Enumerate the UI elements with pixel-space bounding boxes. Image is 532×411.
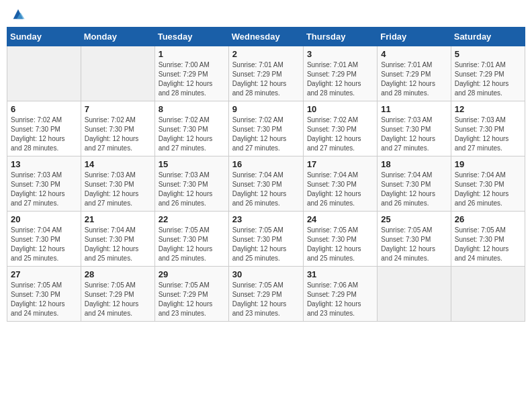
calendar-week-1: 1Sunrise: 7:00 AM Sunset: 7:29 PM Daylig… [7, 46, 525, 101]
calendar-cell: 3Sunrise: 7:01 AM Sunset: 7:29 PM Daylig… [303, 46, 377, 101]
day-info: Sunrise: 7:04 AM Sunset: 7:30 PM Dayligh… [11, 226, 77, 263]
day-number: 18 [381, 159, 447, 169]
day-number: 20 [11, 214, 77, 224]
day-info: Sunrise: 7:05 AM Sunset: 7:29 PM Dayligh… [85, 281, 151, 318]
day-info: Sunrise: 7:05 AM Sunset: 7:30 PM Dayligh… [381, 226, 447, 263]
day-number: 31 [307, 269, 373, 279]
day-number: 23 [232, 214, 300, 224]
calendar-cell: 27Sunrise: 7:05 AM Sunset: 7:30 PM Dayli… [7, 267, 81, 322]
day-info: Sunrise: 7:02 AM Sunset: 7:30 PM Dayligh… [85, 116, 151, 153]
day-info: Sunrise: 7:02 AM Sunset: 7:30 PM Dayligh… [232, 116, 300, 153]
day-number: 25 [381, 214, 447, 224]
calendar-week-5: 27Sunrise: 7:05 AM Sunset: 7:30 PM Dayli… [7, 267, 525, 322]
day-number: 27 [11, 269, 77, 279]
day-number: 2 [232, 49, 300, 59]
calendar-cell: 22Sunrise: 7:05 AM Sunset: 7:30 PM Dayli… [154, 212, 228, 267]
calendar-cell: 6Sunrise: 7:02 AM Sunset: 7:30 PM Daylig… [7, 101, 81, 156]
day-number: 12 [455, 104, 521, 114]
calendar-header-tuesday: Tuesday [154, 28, 228, 46]
calendar-cell [378, 267, 451, 322]
calendar-cell: 19Sunrise: 7:04 AM Sunset: 7:30 PM Dayli… [451, 156, 525, 212]
calendar-cell: 12Sunrise: 7:03 AM Sunset: 7:30 PM Dayli… [451, 101, 525, 156]
day-info: Sunrise: 7:05 AM Sunset: 7:30 PM Dayligh… [159, 226, 225, 263]
day-info: Sunrise: 7:04 AM Sunset: 7:30 PM Dayligh… [455, 171, 521, 208]
calendar-cell: 7Sunrise: 7:02 AM Sunset: 7:30 PM Daylig… [81, 101, 154, 156]
day-info: Sunrise: 7:02 AM Sunset: 7:30 PM Dayligh… [307, 116, 373, 153]
day-number: 5 [455, 49, 521, 59]
calendar-cell: 17Sunrise: 7:04 AM Sunset: 7:30 PM Dayli… [303, 156, 377, 212]
day-info: Sunrise: 7:03 AM Sunset: 7:30 PM Dayligh… [11, 171, 77, 208]
day-number: 13 [11, 159, 77, 169]
day-number: 7 [85, 104, 151, 114]
day-info: Sunrise: 7:04 AM Sunset: 7:30 PM Dayligh… [232, 171, 300, 208]
page-header [7, 7, 525, 21]
calendar-cell: 11Sunrise: 7:03 AM Sunset: 7:30 PM Dayli… [378, 101, 451, 156]
day-number: 26 [455, 214, 521, 224]
day-info: Sunrise: 7:02 AM Sunset: 7:30 PM Dayligh… [159, 116, 225, 153]
calendar-cell: 10Sunrise: 7:02 AM Sunset: 7:30 PM Dayli… [303, 101, 377, 156]
calendar-cell: 21Sunrise: 7:04 AM Sunset: 7:30 PM Dayli… [81, 212, 154, 267]
day-number: 1 [159, 49, 225, 59]
day-info: Sunrise: 7:03 AM Sunset: 7:30 PM Dayligh… [455, 116, 521, 153]
calendar-header-friday: Friday [378, 28, 451, 46]
calendar-cell: 31Sunrise: 7:06 AM Sunset: 7:29 PM Dayli… [303, 267, 377, 322]
calendar-cell: 8Sunrise: 7:02 AM Sunset: 7:30 PM Daylig… [154, 101, 228, 156]
day-number: 3 [307, 49, 373, 59]
day-info: Sunrise: 7:05 AM Sunset: 7:30 PM Dayligh… [307, 226, 373, 263]
calendar-cell: 25Sunrise: 7:05 AM Sunset: 7:30 PM Dayli… [378, 212, 451, 267]
day-info: Sunrise: 7:03 AM Sunset: 7:30 PM Dayligh… [381, 116, 447, 153]
day-info: Sunrise: 7:04 AM Sunset: 7:30 PM Dayligh… [381, 171, 447, 208]
day-number: 19 [455, 159, 521, 169]
day-number: 9 [232, 104, 300, 114]
day-number: 10 [307, 104, 373, 114]
day-info: Sunrise: 7:00 AM Sunset: 7:29 PM Dayligh… [159, 60, 225, 98]
calendar-cell: 23Sunrise: 7:05 AM Sunset: 7:30 PM Dayli… [228, 212, 303, 267]
calendar-cell [7, 46, 81, 101]
calendar-cell: 18Sunrise: 7:04 AM Sunset: 7:30 PM Dayli… [378, 156, 451, 212]
calendar-cell: 16Sunrise: 7:04 AM Sunset: 7:30 PM Dayli… [228, 156, 303, 212]
day-info: Sunrise: 7:03 AM Sunset: 7:30 PM Dayligh… [85, 171, 151, 208]
calendar-header-sunday: Sunday [7, 28, 81, 46]
day-info: Sunrise: 7:05 AM Sunset: 7:30 PM Dayligh… [11, 281, 77, 318]
calendar-cell [81, 46, 154, 101]
day-number: 8 [159, 104, 225, 114]
day-number: 28 [85, 269, 151, 279]
calendar-cell: 24Sunrise: 7:05 AM Sunset: 7:30 PM Dayli… [303, 212, 377, 267]
day-info: Sunrise: 7:06 AM Sunset: 7:29 PM Dayligh… [307, 281, 373, 318]
day-info: Sunrise: 7:05 AM Sunset: 7:29 PM Dayligh… [159, 281, 225, 318]
calendar-cell: 26Sunrise: 7:05 AM Sunset: 7:30 PM Dayli… [451, 212, 525, 267]
calendar-cell: 4Sunrise: 7:01 AM Sunset: 7:29 PM Daylig… [378, 46, 451, 101]
day-info: Sunrise: 7:01 AM Sunset: 7:29 PM Dayligh… [307, 60, 373, 98]
day-info: Sunrise: 7:05 AM Sunset: 7:30 PM Dayligh… [232, 226, 300, 263]
day-number: 17 [307, 159, 373, 169]
day-number: 21 [85, 214, 151, 224]
calendar-cell: 5Sunrise: 7:01 AM Sunset: 7:29 PM Daylig… [451, 46, 525, 101]
logo-icon [11, 7, 26, 21]
day-number: 11 [381, 104, 447, 114]
calendar-cell: 30Sunrise: 7:05 AM Sunset: 7:29 PM Dayli… [228, 267, 303, 322]
calendar-cell: 2Sunrise: 7:01 AM Sunset: 7:29 PM Daylig… [228, 46, 303, 101]
day-info: Sunrise: 7:01 AM Sunset: 7:29 PM Dayligh… [232, 60, 300, 98]
calendar-cell: 1Sunrise: 7:00 AM Sunset: 7:29 PM Daylig… [154, 46, 228, 101]
day-info: Sunrise: 7:02 AM Sunset: 7:30 PM Dayligh… [11, 116, 77, 153]
day-number: 24 [307, 214, 373, 224]
calendar-header-monday: Monday [81, 28, 154, 46]
day-number: 30 [232, 269, 300, 279]
calendar-cell: 14Sunrise: 7:03 AM Sunset: 7:30 PM Dayli… [81, 156, 154, 212]
logo [9, 7, 26, 21]
calendar-cell: 28Sunrise: 7:05 AM Sunset: 7:29 PM Dayli… [81, 267, 154, 322]
calendar-header-row: SundayMondayTuesdayWednesdayThursdayFrid… [7, 28, 525, 46]
day-info: Sunrise: 7:01 AM Sunset: 7:29 PM Dayligh… [455, 60, 521, 98]
calendar-cell: 13Sunrise: 7:03 AM Sunset: 7:30 PM Dayli… [7, 156, 81, 212]
day-info: Sunrise: 7:04 AM Sunset: 7:30 PM Dayligh… [85, 226, 151, 263]
day-info: Sunrise: 7:05 AM Sunset: 7:30 PM Dayligh… [455, 226, 521, 263]
calendar-cell: 20Sunrise: 7:04 AM Sunset: 7:30 PM Dayli… [7, 212, 81, 267]
calendar-header-saturday: Saturday [451, 28, 525, 46]
day-info: Sunrise: 7:05 AM Sunset: 7:29 PM Dayligh… [232, 281, 300, 318]
day-number: 14 [85, 159, 151, 169]
calendar-header-wednesday: Wednesday [228, 28, 303, 46]
calendar-table: SundayMondayTuesdayWednesdayThursdayFrid… [7, 27, 525, 322]
calendar-cell: 29Sunrise: 7:05 AM Sunset: 7:29 PM Dayli… [154, 267, 228, 322]
calendar-week-3: 13Sunrise: 7:03 AM Sunset: 7:30 PM Dayli… [7, 156, 525, 212]
calendar-cell: 15Sunrise: 7:03 AM Sunset: 7:30 PM Dayli… [154, 156, 228, 212]
